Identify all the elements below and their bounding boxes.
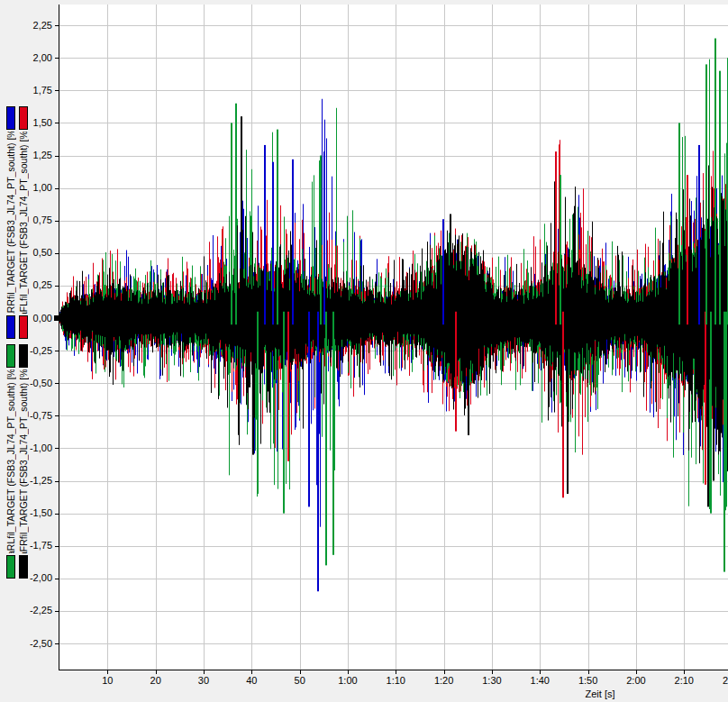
y-tick-label: 1,50 [0,117,52,129]
y-tick-mark [55,546,59,547]
x-tick-label: 1:20 [424,675,464,687]
y-tick-label: 0,75 [0,214,52,226]
y-tick-label: -0,25 [0,345,52,357]
x-tick-mark [444,670,445,674]
x-tick-label: 2:20 [713,675,728,687]
x-tick-label: 10 [87,675,127,687]
y-tick-label: 0,00 [0,313,52,324]
x-tick-mark [588,670,589,674]
y-tick-label: -1,25 [0,475,52,487]
x-tick-mark [300,670,301,674]
x-tick-label: 50 [280,675,320,687]
x-tick-label: 2:00 [616,675,656,687]
x-tick-label: 1:30 [472,675,512,687]
y-tick-mark [55,579,59,579]
y-tick-label: -1,50 [0,507,52,519]
signal-chart-window: aRRfil_TARGET (FSB3_JL74_PT_southt) [%]a… [0,0,728,702]
channel-label-text: aFRfil_TARGET (FSB3_JL74_PT_southt) [%] [17,369,29,553]
x-tick-mark [684,670,685,674]
x-tick-label: 1:40 [520,675,560,687]
x-tick-mark [348,670,349,674]
y-tick-mark [55,188,59,189]
x-tick-mark [540,670,541,674]
x-tick-label: 20 [136,675,176,687]
y-tick-label: -0,75 [0,410,52,422]
y-tick-label: -1,00 [0,442,52,454]
y-tick-mark [55,448,59,449]
y-tick-label: 1,75 [0,85,52,96]
y-tick-mark [55,514,59,515]
x-tick-mark [156,670,157,674]
x-tick-mark [492,670,493,674]
y-tick-label: -2,50 [0,638,52,650]
x-tick-label: 1:00 [328,675,368,687]
y-tick-label: 2,25 [0,20,52,32]
x-tick-mark [107,670,108,674]
channel-label-text: aRLfil_TARGET (FSB3_JL74_PT_southt) [%] [5,369,16,553]
y-tick-label: -2,25 [0,605,52,616]
y-tick-mark [55,90,59,91]
x-tick-mark [636,670,637,674]
x-tick-label: 2:10 [664,675,704,687]
y-tick-mark [55,481,59,482]
y-tick-mark [55,318,59,319]
waveform-canvas[interactable] [59,5,728,670]
y-tick-mark [55,58,59,59]
x-tick-mark [251,670,252,674]
y-tick-mark [55,351,59,351]
y-tick-label: -0,50 [0,378,52,389]
y-tick-mark [55,123,59,123]
y-tick-label: 1,00 [0,182,52,194]
y-tick-mark [55,156,59,157]
y-tick-mark [55,383,59,384]
y-tick-mark [55,286,59,287]
x-axis-title: Zeit [s] [566,688,634,699]
y-tick-label: 2,00 [0,52,52,64]
y-tick-mark [55,25,59,26]
x-tick-mark [204,670,205,674]
x-tick-mark [396,670,396,674]
y-tick-mark [55,611,59,612]
y-tick-label: -2,00 [0,572,52,584]
x-tick-label: 30 [184,675,223,687]
y-tick-label: 1,25 [0,150,52,161]
y-tick-mark [55,253,59,254]
y-tick-mark [55,415,59,416]
y-tick-label: 0,25 [0,279,52,291]
y-tick-mark [55,643,59,644]
y-tick-label: 0,50 [0,247,52,259]
plot-area[interactable] [59,5,728,670]
x-tick-label: 1:10 [376,675,415,687]
x-tick-label: 40 [232,675,271,687]
x-tick-label: 1:50 [569,675,608,687]
y-tick-mark [55,221,59,222]
y-tick-label: -1,75 [0,540,52,552]
